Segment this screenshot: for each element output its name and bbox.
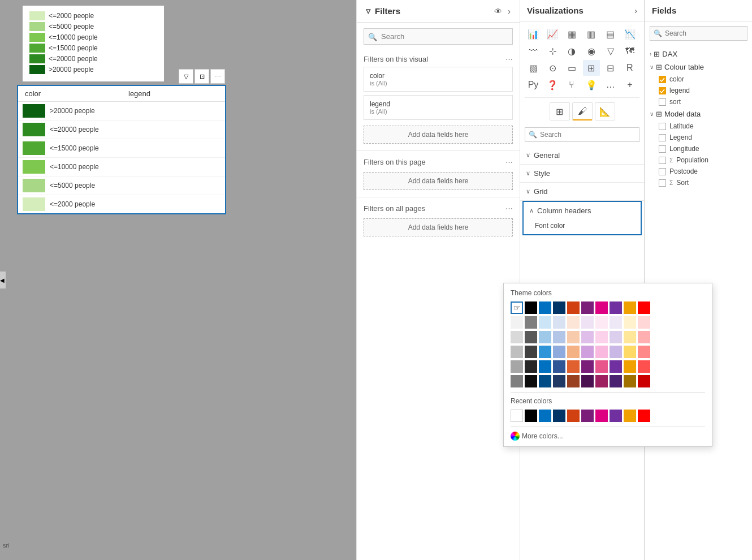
theme-color-swatch[interactable] <box>638 301 650 314</box>
theme-color-swatch[interactable] <box>581 360 594 373</box>
field-group-header-dax[interactable]: › ⊞ DAX <box>645 48 752 61</box>
theme-color-swatch[interactable] <box>581 375 594 387</box>
field-item[interactable]: legend <box>645 85 752 96</box>
map-viz-btn[interactable]: 🗺 <box>621 43 638 59</box>
theme-color-swatch[interactable] <box>539 301 551 314</box>
theme-color-swatch[interactable] <box>638 331 650 343</box>
theme-color-swatch[interactable] <box>610 316 622 329</box>
theme-color-swatch[interactable] <box>567 331 580 343</box>
theme-color-swatch[interactable] <box>511 375 523 387</box>
python-viz-btn[interactable]: Py <box>525 77 542 93</box>
field-checkbox[interactable] <box>659 179 666 187</box>
theme-color-swatch[interactable] <box>525 346 537 358</box>
field-checkbox[interactable] <box>659 123 666 130</box>
recent-color-swatch[interactable] <box>595 410 608 422</box>
theme-color-swatch[interactable] <box>610 360 622 373</box>
smart-viz-btn[interactable]: 💡 <box>583 77 600 93</box>
theme-color-swatch[interactable] <box>624 316 636 329</box>
more-btn[interactable]: ⋯ <box>210 69 225 84</box>
field-checkbox[interactable] <box>659 145 666 153</box>
field-item[interactable]: Latitude <box>645 120 752 132</box>
field-item[interactable]: Legend <box>645 132 752 143</box>
color-filter-card[interactable]: color is (All) <box>364 67 513 92</box>
theme-color-swatch[interactable] <box>539 331 551 343</box>
theme-color-swatch[interactable] <box>567 375 580 387</box>
theme-color-swatch[interactable] <box>581 331 594 343</box>
decomp-viz-btn[interactable]: ⑂ <box>563 77 580 93</box>
field-checkbox[interactable] <box>659 98 666 106</box>
fields-search-input[interactable] <box>650 26 747 41</box>
field-checkbox[interactable] <box>659 87 666 94</box>
recent-color-swatch[interactable] <box>638 410 650 422</box>
fields-icon-btn[interactable]: ⊞ <box>550 102 570 120</box>
theme-color-swatch[interactable] <box>567 360 580 373</box>
theme-color-swatch[interactable] <box>539 375 551 387</box>
theme-color-swatch[interactable] <box>567 301 580 314</box>
area-viz-btn[interactable]: 〰 <box>525 43 542 59</box>
focus-btn[interactable]: ⊡ <box>195 69 209 84</box>
bar-chart-viz-btn[interactable]: 📊 <box>525 26 542 42</box>
gauge-viz-btn[interactable]: ⊙ <box>544 60 561 76</box>
field-item[interactable]: sort <box>645 96 752 107</box>
theme-color-swatch[interactable] <box>553 375 565 387</box>
recent-color-swatch[interactable] <box>581 410 594 422</box>
viz-search-input[interactable] <box>525 127 639 142</box>
theme-color-swatch[interactable] <box>595 316 608 329</box>
stacked-col-viz-btn[interactable]: ▥ <box>583 26 600 42</box>
theme-color-swatch[interactable] <box>553 316 565 329</box>
theme-color-swatch[interactable] <box>610 346 622 358</box>
all-add-fields-btn[interactable]: Add data fields here <box>364 218 513 236</box>
theme-color-swatch[interactable] <box>624 331 636 343</box>
viz-expand-icon[interactable]: › <box>634 6 637 15</box>
theme-color-swatch[interactable] <box>624 360 636 373</box>
theme-color-swatch[interactable] <box>624 346 636 358</box>
r-visual-viz-btn[interactable]: R <box>621 60 638 76</box>
recent-color-swatch[interactable] <box>610 410 622 422</box>
theme-color-swatch[interactable] <box>511 331 523 343</box>
pie-viz-btn[interactable]: ◑ <box>563 43 580 59</box>
all-filters-more[interactable]: ⋯ <box>505 204 513 213</box>
funnel-viz-btn[interactable]: ▽ <box>602 43 619 59</box>
legend-filter-card[interactable]: legend is (All) <box>364 95 513 120</box>
format-icon-btn[interactable]: 🖌 <box>572 102 593 120</box>
recent-white-swatch[interactable] <box>511 410 523 422</box>
theme-color-swatch[interactable] <box>581 301 594 314</box>
more-viz-btn[interactable]: … <box>602 77 619 93</box>
card-viz-btn[interactable]: ▭ <box>563 60 580 76</box>
theme-color-swatch[interactable] <box>525 360 537 373</box>
stacked-bar-viz-btn[interactable]: ▦ <box>563 26 580 42</box>
field-checkbox[interactable] <box>659 168 666 175</box>
style-header[interactable]: ∨ Style <box>520 165 644 182</box>
theme-color-swatch[interactable] <box>624 301 636 314</box>
filter-expand-icon[interactable]: › <box>508 7 511 16</box>
theme-color-swatch[interactable] <box>638 346 650 358</box>
treemap-viz-btn[interactable]: ▧ <box>525 60 542 76</box>
field-group-header-colour-table[interactable]: ∨ ⊞ Colour table <box>645 61 752 74</box>
theme-color-swatch[interactable] <box>567 316 580 329</box>
page-add-fields-btn[interactable]: Add data fields here <box>364 172 513 190</box>
field-checkbox[interactable] <box>659 76 666 83</box>
col-headers-header[interactable]: ∧ Column headers <box>524 202 641 219</box>
recent-color-swatch[interactable] <box>567 410 580 422</box>
theme-color-swatch[interactable] <box>539 316 551 329</box>
field-item[interactable]: Longitude <box>645 143 752 154</box>
theme-color-swatch[interactable] <box>595 331 608 343</box>
100pct-bar-viz-btn[interactable]: ▤ <box>602 26 619 42</box>
theme-color-swatch[interactable] <box>553 331 565 343</box>
theme-color-swatch[interactable] <box>553 301 565 314</box>
theme-color-swatch[interactable] <box>638 375 650 387</box>
viz-search-bar[interactable]: 🔍 <box>525 127 639 142</box>
field-item[interactable]: ΣSort <box>645 177 752 188</box>
theme-color-swatch[interactable] <box>511 316 523 329</box>
theme-color-swatch[interactable] <box>610 301 622 314</box>
theme-color-swatch[interactable] <box>595 375 608 387</box>
visual-add-fields-btn[interactable]: Add data fields here <box>364 126 513 144</box>
theme-color-swatch[interactable] <box>525 301 537 314</box>
left-arrow[interactable]: ◀ <box>0 272 6 288</box>
matrix-viz-btn[interactable]: ⊟ <box>602 60 619 76</box>
col-chart-viz-btn[interactable]: 📈 <box>544 26 561 42</box>
theme-color-swatch[interactable] <box>567 346 580 358</box>
recent-color-swatch[interactable] <box>553 410 565 422</box>
recent-color-swatch[interactable] <box>525 410 537 422</box>
filter-eye-icon[interactable]: 👁 <box>494 7 502 16</box>
